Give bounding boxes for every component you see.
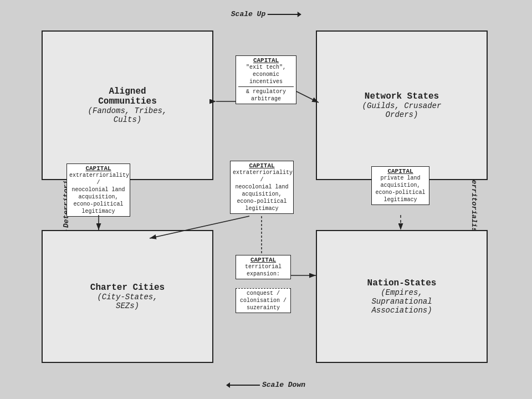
capital-box-top-center: CAPITAL "exit tech",economicincentives &… <box>236 55 296 104</box>
quadrant-network-states: Network States (Guilds, Crusader Orders) <box>316 30 488 180</box>
capital-text-bottom-top: territorialexpansion: <box>238 263 288 278</box>
capital-box-middle-center: CAPITAL extraterrioriality /neocolonial … <box>230 161 294 214</box>
capital-box-middle-right: CAPITAL private landacquisition,econo-po… <box>371 166 429 205</box>
network-states-subtitle: (Guilds, Crusader Orders) <box>360 101 444 119</box>
capital-title-bottom: CAPITAL <box>238 257 288 263</box>
aligned-communities-subtitle: (Fandoms, Tribes, Cults) <box>85 106 170 124</box>
capital-title-mid-left: CAPITAL <box>69 165 127 172</box>
charter-cities-subtitle: (City-States, SEZs) <box>85 293 170 310</box>
capital-box-middle-left: CAPITAL extraterrioriality /neocolonial … <box>66 163 130 217</box>
charter-cities-title: Charter Cities <box>85 283 170 293</box>
diagram-container: Scale Up Scale Down Deterritorialisation… <box>0 0 532 399</box>
nation-states-title: Nation-States <box>360 278 444 288</box>
scale-down-label: Scale Down <box>262 381 305 389</box>
capital-box-bottom-top: CAPITAL territorialexpansion: <box>236 255 291 279</box>
axis-top: Scale Up <box>231 10 301 18</box>
axis-bottom: Scale Down <box>227 381 305 389</box>
capital-text-top-2: & regulatoryarbitrage <box>238 86 294 103</box>
capital-text-bottom-bottom: conquest /colonisation /suzerainty <box>238 290 288 311</box>
aligned-communities-title: Aligned Communities <box>85 86 170 106</box>
capital-box-bottom-bottom: conquest /colonisation /suzerainty <box>236 288 291 313</box>
svg-line-3 <box>296 91 319 103</box>
quadrant-aligned-communities: Aligned Communities (Fandoms, Tribes, Cu… <box>42 30 213 180</box>
capital-title-mid-center: CAPITAL <box>233 162 291 169</box>
quadrant-nation-states: Nation-States (Empires, Supranational As… <box>316 230 488 363</box>
quadrant-charter-cities: Charter Cities (City-States, SEZs) <box>42 230 213 363</box>
capital-text-top: "exit tech",economicincentives <box>238 64 294 85</box>
network-states-title: Network States <box>360 91 444 101</box>
capital-title-top: CAPITAL <box>238 57 294 64</box>
scale-up-label: Scale Up <box>231 10 265 18</box>
capital-title-mid-right: CAPITAL <box>374 168 427 175</box>
capital-text-mid-left: extraterrioriality /neocolonial landacqu… <box>69 172 127 215</box>
nation-states-subtitle: (Empires, Supranational Associations) <box>360 288 444 315</box>
capital-text-mid-right: private landacquisition,econo-politicall… <box>374 175 427 203</box>
capital-text-mid-center: extraterrioriality /neocolonial landacqu… <box>233 169 291 212</box>
